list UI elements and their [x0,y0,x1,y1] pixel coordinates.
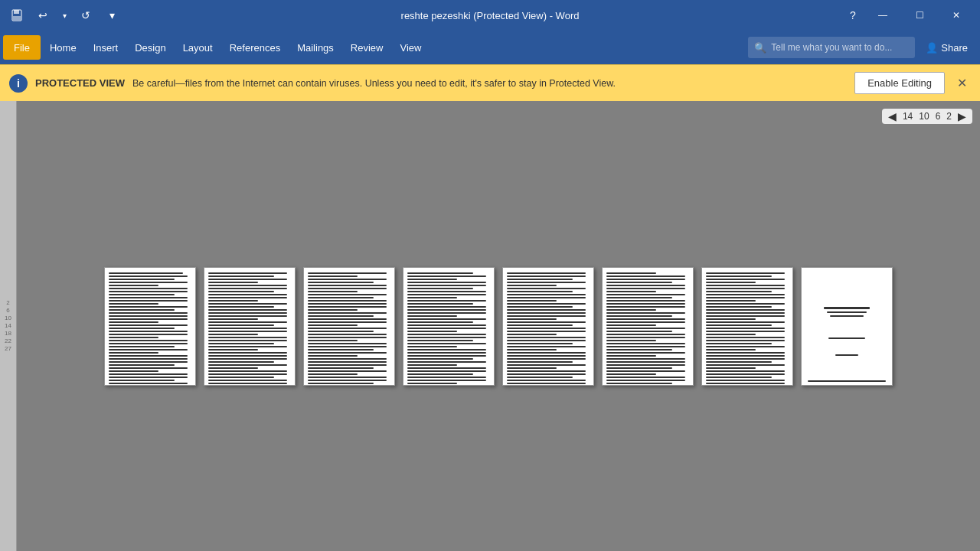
menu-bar: File Home Insert Design Layout Reference… [0,31,980,64]
ruler-mark: 22 [5,338,11,344]
protected-view-bar: i PROTECTED VIEW Be careful—files from t… [0,64,980,101]
help-button[interactable]: ? [842,5,864,26]
ruler-mark: 6 [6,308,9,314]
ribbon: File Home Insert Design Layout Reference… [0,31,980,64]
page-7[interactable] [701,267,793,386]
page-8[interactable] [801,267,893,386]
left-ruler: 2 6 10 14 18 22 27 [0,101,17,551]
view-menu[interactable]: View [392,35,429,60]
enable-editing-button[interactable]: Enable Editing [854,72,945,94]
page-1[interactable] [104,267,196,386]
document-title: reshte pezeshki (Protected View) - Word [401,10,580,21]
pages-row [104,267,893,386]
redo-button[interactable]: ↺ [75,5,96,26]
zoom-value-2[interactable]: 2 [945,111,953,122]
mailings-menu[interactable]: Mailings [289,35,341,60]
pages-container [17,101,980,551]
share-button[interactable]: 👤 Share [916,39,977,57]
svg-rect-2 [13,16,21,20]
protected-view-icon: i [9,74,28,93]
quick-access-more[interactable]: ▾ [101,5,122,26]
ruler-mark: 10 [5,315,11,321]
person-icon: 👤 [926,42,938,54]
protected-view-label: PROTECTED VIEW [35,77,125,89]
layout-menu[interactable]: Layout [175,35,220,60]
search-input[interactable] [771,42,909,53]
page-2[interactable] [204,267,296,386]
insert-menu[interactable]: Insert [86,35,126,60]
page-3[interactable] [303,267,395,386]
undo-dropdown[interactable]: ▾ [58,5,70,26]
protected-view-message: Be careful—files from the Internet can c… [132,78,847,89]
ruler-mark: 14 [5,323,11,329]
zoom-value-10[interactable]: 10 [917,111,930,122]
zoom-value-14[interactable]: 14 [901,111,914,122]
save-button[interactable] [6,5,28,26]
zoom-value-6[interactable]: 6 [934,111,942,122]
page-6[interactable] [602,267,694,386]
ruler-mark: 27 [5,346,11,352]
ruler-mark: 18 [5,331,11,337]
close-button[interactable]: ✕ [939,3,974,28]
file-menu[interactable]: File [3,35,41,60]
svg-rect-1 [14,10,19,14]
design-menu[interactable]: Design [127,35,173,60]
undo-button[interactable]: ↩ [32,5,54,26]
title-bar-left: ↩ ▾ ↺ ▾ [6,5,122,26]
ruler-mark: 2 [6,300,9,306]
home-menu[interactable]: Home [42,35,84,60]
page-5[interactable] [502,267,594,386]
search-icon: 🔍 [754,42,766,54]
document-area: 2 6 10 14 18 22 27 [0,101,980,551]
review-menu[interactable]: Review [343,35,391,60]
zoom-controls: ◀ 14 10 6 2 ▶ [882,109,972,124]
zoom-increase-button[interactable]: ▶ [956,110,968,122]
minimize-button[interactable]: — [865,3,900,28]
maximize-button[interactable]: ☐ [902,3,937,28]
zoom-decrease-button[interactable]: ◀ [887,110,898,122]
search-box[interactable]: 🔍 [748,37,915,58]
protected-view-close-button[interactable]: ✕ [952,74,971,93]
title-bar: ↩ ▾ ↺ ▾ reshte pezeshki (Protected View)… [0,0,980,31]
page-4[interactable] [403,267,495,386]
references-menu[interactable]: References [222,35,288,60]
window-controls: ? — ☐ ✕ [842,3,974,28]
